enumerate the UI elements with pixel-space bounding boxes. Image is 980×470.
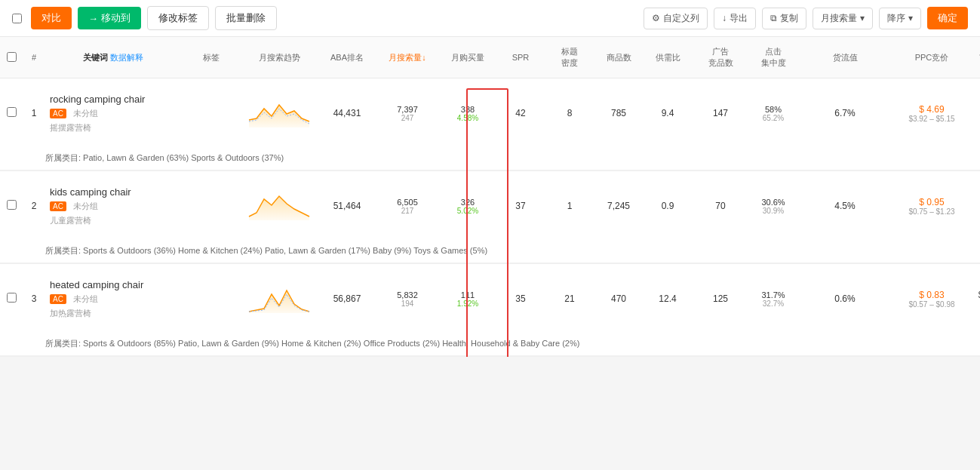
row3-keyword-en: heated camping chair <box>50 279 177 290</box>
row2-click-concentration: 30.6% 30.9% <box>747 195 800 218</box>
row1-monthly-search: 7,397 247 <box>377 102 438 125</box>
row3-categories: 所属类目: Sports & Outdoors (85%) Patio, Law… <box>0 333 980 356</box>
row1-aba: 44,431 <box>317 105 377 121</box>
row1-tag-cell <box>181 110 241 116</box>
row1-keyword-cn: 摇摆露营椅 <box>50 122 177 134</box>
th-monthly-buy: 月购买量 <box>438 49 498 66</box>
sort-order-dropdown[interactable]: 降序 ▾ <box>879 8 921 29</box>
row1-market: $ 69.99 1,531 (4.5) <box>973 97 980 130</box>
row-group-2: 2 kids camping chair AC 未分组 儿童露营椅 <box>0 171 980 264</box>
copy-icon: ⧉ <box>770 13 777 23</box>
row2-supply-demand: 0.9 <box>641 198 694 214</box>
select-all-checkbox[interactable] <box>12 14 22 23</box>
row2-ppc: $ 0.95 $0.75 – $1.23 <box>890 194 973 219</box>
row2-ad-products: 70 <box>694 198 747 214</box>
th-ppc: PPC竞价 <box>890 49 973 66</box>
row3-supply-demand: 12.4 <box>641 290 694 307</box>
row3-tag-ac: AC <box>50 294 66 304</box>
row3-checkbox[interactable] <box>0 290 23 308</box>
table-row: 1 rocking camping chair AC 未分组 摇摆露营椅 <box>0 78 980 148</box>
row3-product-count: 470 <box>596 290 641 307</box>
th-monthly-search[interactable]: 月搜索量↓ <box>377 49 438 66</box>
row2-tag-cell <box>181 203 241 209</box>
row2-tag-ac: AC <box>50 201 66 211</box>
confirm-button[interactable]: 确定 <box>927 7 968 29</box>
row1-title-density: 8 <box>543 105 596 121</box>
th-data-explain[interactable]: 数据解释 <box>110 53 143 62</box>
row1-supply-demand: 9.4 <box>641 105 694 121</box>
th-flow-value: 货流值 <box>800 49 890 66</box>
row3-aba: 56,867 <box>317 290 377 307</box>
row3-trend <box>241 280 317 318</box>
toolbar-left: 对比 → 移动到 修改标签 批量删除 <box>12 6 277 30</box>
table-row: 2 kids camping chair AC 未分组 儿童露营椅 <box>0 171 980 241</box>
export-icon: ↓ <box>722 13 727 23</box>
th-ad-products: 广告竞品数 <box>694 43 747 72</box>
th-checkbox <box>0 49 23 66</box>
th-market-analysis: 市场分析 <box>973 49 980 66</box>
row1-keyword: rocking camping chair AC 未分组 摇摆露营椅 <box>45 91 181 137</box>
row3-keyword-cn: 加热露营椅 <box>50 308 177 319</box>
custom-columns-button[interactable]: ⚙ 自定义列 <box>644 8 708 29</box>
row2-product-count: 7,245 <box>596 198 641 214</box>
row2-trend <box>241 187 317 226</box>
row3-spr: 35 <box>498 290 543 307</box>
row1-trend <box>241 94 317 133</box>
row3-ad-products: 125 <box>694 290 747 307</box>
row2-spr: 37 <box>498 198 543 214</box>
row1-categories: 所属类目: Patio, Lawn & Garden (63%) Sports … <box>0 148 980 170</box>
compare-button[interactable]: 对比 <box>31 7 72 29</box>
copy-button[interactable]: ⧉ 复制 <box>762 8 806 29</box>
row3-keyword: heated camping chair AC 未分组 加热露营椅 <box>45 276 181 322</box>
th-supply-demand: 供需比 <box>641 49 694 66</box>
table: # 关键词 数据解释 标签 月搜索趋势 ABA排名 月搜索量↓ 月购买量 SPR… <box>0 37 980 357</box>
th-product-count: 商品数 <box>596 49 641 66</box>
row1-group: 未分组 <box>73 109 98 118</box>
row3-title-density: 21 <box>543 290 596 307</box>
row1-flow-value: 6.7% <box>800 105 890 121</box>
toolbar: 对比 → 移动到 修改标签 批量删除 ⚙ 自定义列 ↓ 导出 ⧉ 复制 月搜索量… <box>0 0 980 37</box>
row2-aba: 51,464 <box>317 198 377 214</box>
th-keyword: 关键词 数据解释 <box>45 49 181 66</box>
arrow-right-icon: → <box>88 13 98 24</box>
row2-market: $ 20.98 870 (4.5) <box>973 194 980 219</box>
th-tag: 标签 <box>181 49 241 66</box>
row2-flow-value: 4.5% <box>800 198 890 214</box>
export-button[interactable]: ↓ 导出 <box>714 8 756 29</box>
th-num: # <box>23 50 45 65</box>
row1-ad-products: 147 <box>694 105 747 121</box>
row1-ppc: $ 4.69 $3.92 – $5.15 <box>890 101 973 126</box>
row3-market: $ 144.39 41 (4) <box>973 287 980 312</box>
th-spr: SPR <box>498 50 543 65</box>
row3-monthly-search: 5,832 194 <box>377 287 438 311</box>
th-title-density: 标题密度 <box>543 43 596 72</box>
row2-keyword-en: kids camping chair <box>50 186 177 198</box>
row-group-3: 3 heated camping chair AC 未分组 加热露营椅 <box>0 264 980 357</box>
toolbar-right: ⚙ 自定义列 ↓ 导出 ⧉ 复制 月搜索量 ▾ 降序 ▾ 确定 <box>644 7 968 29</box>
row3-flow-value: 0.6% <box>800 290 890 307</box>
th-keyword-text: 关键词 <box>83 53 108 62</box>
header-checkbox[interactable] <box>7 52 17 62</box>
delete-button[interactable]: 批量删除 <box>215 6 277 30</box>
row2-monthly-search: 6,505 217 <box>377 195 438 218</box>
row3-group: 未分组 <box>73 294 98 303</box>
row1-keyword-en: rocking camping chair <box>50 94 177 105</box>
table-row: 3 heated camping chair AC 未分组 加热露营椅 <box>0 264 980 333</box>
table-wrapper: # 关键词 数据解释 标签 月搜索趋势 ABA排名 月搜索量↓ 月购买量 SPR… <box>0 37 980 357</box>
th-trend: 月搜索趋势 <box>241 49 317 66</box>
row-group-1: 1 rocking camping chair AC 未分组 摇摆露营椅 <box>0 78 980 171</box>
th-click-concentration: 点击集中度 <box>747 43 800 72</box>
row1-checkbox[interactable] <box>0 104 23 122</box>
row3-num: 3 <box>23 290 45 307</box>
row2-categories: 所属类目: Sports & Outdoors (36%) Home & Kit… <box>0 241 980 263</box>
row3-ppc: $ 0.83 $0.57 – $0.98 <box>890 287 973 312</box>
move-button[interactable]: → 移动到 <box>78 7 141 29</box>
row2-monthly-buy: 326 5.02% <box>438 195 498 218</box>
row3-monthly-buy: 111 1.92% <box>438 287 498 311</box>
tag-button[interactable]: 修改标签 <box>147 6 209 30</box>
row1-monthly-buy: 338 4.58% <box>438 102 498 125</box>
row1-click-concentration: 58% 65.2% <box>747 102 800 125</box>
row2-checkbox[interactable] <box>0 197 23 215</box>
row1-tag-ac: AC <box>50 109 66 118</box>
sort-dropdown[interactable]: 月搜索量 ▾ <box>813 8 873 29</box>
